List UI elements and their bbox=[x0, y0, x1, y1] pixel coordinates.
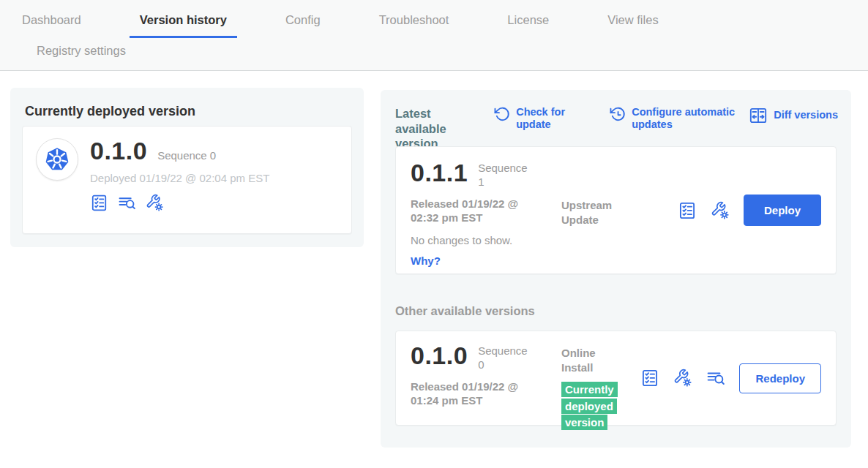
other-version-actions: Redeploy bbox=[640, 363, 821, 393]
latest-available-title: Latest available version bbox=[395, 106, 468, 151]
deployed-version-details: 0.1.0 Sequence 0 Deployed 01/19/22 @ 02:… bbox=[90, 138, 269, 222]
available-versions-panel: Latest available version Check for updat… bbox=[381, 90, 851, 448]
other-version-details: 0.1.0 Sequence 0 Released 01/19/22 @ 01:… bbox=[411, 343, 551, 413]
configure-automatic-updates-label: Configure automatic updates bbox=[632, 106, 749, 132]
configure-automatic-updates-link[interactable]: Configure automatic updates bbox=[610, 106, 749, 132]
latest-version-actions: Deploy bbox=[678, 195, 821, 226]
schedule-update-icon bbox=[610, 106, 626, 122]
deploy-logs-icon[interactable] bbox=[118, 194, 136, 212]
deploy-button[interactable]: Deploy bbox=[744, 195, 821, 226]
deployed-timestamp: Deployed 01/19/22 @ 02:04 pm EST bbox=[90, 172, 269, 184]
currently-deployed-badge-wrap: Currently deployed version bbox=[561, 382, 624, 431]
nav-row-2: Registry settings bbox=[0, 38, 868, 69]
latest-released-timestamp: Released 01/19/22 @ 02:32 pm EST bbox=[411, 197, 541, 225]
latest-version-details: 0.1.1 Sequence 1 Released 01/19/22 @ 02:… bbox=[411, 160, 551, 260]
diff-versions-label: Diff versions bbox=[774, 109, 838, 121]
app-avatar bbox=[36, 138, 78, 181]
diff-versions-icon bbox=[749, 106, 768, 125]
diff-versions-link[interactable]: Diff versions bbox=[749, 106, 838, 125]
available-panel-header: Latest available version Check for updat… bbox=[395, 106, 838, 151]
check-for-update-link[interactable]: Check for update bbox=[494, 106, 576, 132]
edit-config-icon[interactable] bbox=[711, 201, 730, 220]
deploy-logs-icon[interactable] bbox=[706, 369, 725, 388]
latest-version-source: Upstream Update bbox=[561, 198, 635, 260]
currently-deployed-badge: Currently deployed version bbox=[561, 382, 618, 430]
tab-registry-settings[interactable]: Registry settings bbox=[26, 42, 136, 69]
preflight-checks-icon[interactable] bbox=[678, 201, 697, 220]
tab-view-files[interactable]: View files bbox=[597, 12, 668, 38]
why-link[interactable]: Why? bbox=[411, 254, 551, 267]
top-navigation: Dashboard Version history Config Trouble… bbox=[0, 0, 868, 71]
latest-version-card: 0.1.1 Sequence 1 Released 01/19/22 @ 02:… bbox=[395, 146, 837, 274]
tab-license[interactable]: License bbox=[497, 12, 559, 38]
preflight-checks-icon[interactable] bbox=[90, 194, 108, 212]
edit-config-icon[interactable] bbox=[673, 369, 692, 388]
tab-version-history[interactable]: Version history bbox=[130, 12, 237, 38]
latest-version-number: 0.1.1 bbox=[411, 160, 468, 185]
other-version-source: Online Install Currently deployed versio… bbox=[561, 346, 635, 413]
deployed-sequence-label: Sequence 0 bbox=[157, 149, 216, 162]
latest-sequence-label: Sequence 1 bbox=[478, 162, 526, 189]
admin-console-page: Dashboard Version history Config Trouble… bbox=[0, 0, 868, 468]
check-for-update-label: Check for update bbox=[516, 106, 576, 132]
preflight-checks-icon[interactable] bbox=[640, 369, 659, 388]
tab-config[interactable]: Config bbox=[275, 12, 331, 38]
redeploy-button[interactable]: Redeploy bbox=[739, 363, 821, 393]
refresh-arrow-icon bbox=[494, 106, 510, 122]
nav-row-1: Dashboard Version history Config Trouble… bbox=[0, 0, 868, 38]
kubernetes-logo bbox=[42, 144, 72, 175]
tab-dashboard[interactable]: Dashboard bbox=[12, 12, 91, 38]
other-install-type: Online Install bbox=[561, 346, 613, 374]
other-available-versions-heading: Other available versions bbox=[395, 304, 535, 318]
other-version-card: 0.1.0 Sequence 0 Released 01/19/22 @ 01:… bbox=[395, 331, 837, 426]
edit-config-icon[interactable] bbox=[146, 194, 164, 212]
other-sequence-label: Sequence 0 bbox=[478, 344, 526, 372]
currently-deployed-panel: Currently deployed version 0.1.0 Sequenc… bbox=[10, 88, 364, 247]
other-released-timestamp: Released 01/19/22 @ 01:24 pm EST bbox=[411, 380, 541, 408]
deployed-version-card: 0.1.0 Sequence 0 Deployed 01/19/22 @ 02:… bbox=[22, 126, 352, 234]
currently-deployed-title: Currently deployed version bbox=[25, 104, 349, 119]
tab-troubleshoot[interactable]: Troubleshoot bbox=[369, 12, 460, 38]
other-version-number: 0.1.0 bbox=[411, 343, 468, 368]
deployed-version-number: 0.1.0 bbox=[90, 138, 147, 163]
latest-changes-note: No changes to show. bbox=[411, 234, 551, 246]
